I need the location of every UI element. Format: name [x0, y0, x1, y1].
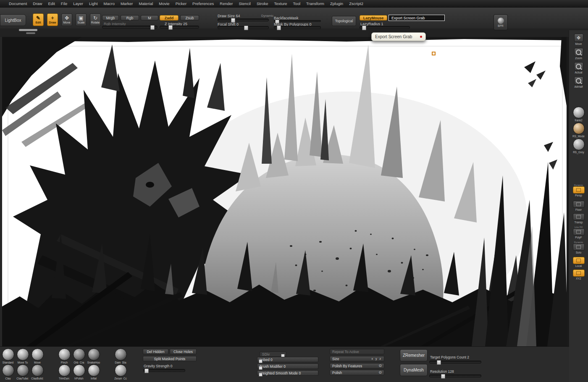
size-axes-toggle[interactable]: x y z: [372, 357, 382, 360]
menu-marker[interactable]: Marker: [118, 1, 136, 6]
polish-by-features-slider[interactable]: Polish By Features ⊙: [330, 363, 384, 369]
rgb-intensity-slider[interactable]: [102, 26, 158, 29]
zsub-button[interactable]: Zsub: [180, 15, 199, 21]
brush-pinch[interactable]: Pinch: [57, 348, 71, 364]
polish-circle-toggle[interactable]: ⊙: [378, 371, 382, 374]
brush-clay[interactable]: Clay: [1, 364, 15, 380]
transp-toggle[interactable]: Transp: [569, 213, 588, 224]
brush-trimdynamic[interactable]: TrimDyn:: [57, 364, 71, 380]
topological-button[interactable]: Topological: [332, 16, 356, 26]
mask-by-polygroups-knob[interactable]: [277, 26, 281, 30]
menu-movie[interactable]: Movie: [156, 1, 172, 6]
floor-toggle[interactable]: Floor: [569, 201, 588, 211]
menu-macro[interactable]: Macro: [101, 1, 118, 6]
z-intensity-slider[interactable]: [160, 26, 199, 29]
gravity-strength-slider[interactable]: [143, 369, 185, 372]
resolution-knob[interactable]: [441, 374, 445, 379]
menu-material[interactable]: Material: [136, 1, 156, 6]
lazyradius-slider[interactable]: [360, 26, 410, 29]
draw-mode-button[interactable]: + Draw: [47, 13, 58, 26]
sculpt-canvas[interactable]: [2, 37, 569, 346]
material-thumb-rs-mode[interactable]: RS_Mode: [569, 123, 588, 138]
material-thumb-rs-grey[interactable]: RS_Grey: [569, 139, 588, 154]
z-intensity-knob[interactable]: [168, 25, 173, 30]
draw-size-slider[interactable]: [218, 18, 269, 21]
split-masked-points-button[interactable]: Split Masked Points: [143, 356, 197, 361]
lazymouse-button[interactable]: LazyMouse: [360, 15, 387, 21]
rgb-button[interactable]: Rgb: [121, 15, 139, 21]
persp-toggle[interactable]: Dynamic Persp: [569, 184, 588, 197]
menu-stencil[interactable]: Stencil: [236, 1, 254, 6]
brush-orb-crack[interactable]: Orb_Cra: [72, 348, 86, 364]
polish-slider[interactable]: Polish ⊙: [330, 370, 384, 375]
scale-mode-button[interactable]: ▣ Scale: [76, 13, 87, 26]
menu-file[interactable]: File: [58, 1, 70, 6]
zremesher-button[interactable]: ZRemesher: [400, 349, 428, 361]
sidebar-actual-button[interactable]: Actual: [569, 62, 588, 74]
resolution-slider[interactable]: [429, 374, 481, 377]
menu-light[interactable]: Light: [86, 1, 101, 6]
del-hidden-button[interactable]: Del Hidden: [143, 349, 168, 354]
sidebar-aahalf-button[interactable]: AAHalf: [569, 76, 588, 88]
sidebar-zoom-button[interactable]: Zoom: [569, 48, 588, 60]
brush-modifier-slider[interactable]: Brush Modifier 0: [257, 364, 318, 369]
mask-by-polygroups-slider[interactable]: [274, 26, 321, 29]
imbed-knob[interactable]: [259, 359, 262, 363]
imbed-slider[interactable]: Imbed 0: [257, 357, 318, 362]
polyf-toggle[interactable]: Line Fill PolyF: [569, 226, 588, 239]
texture-thumb-frank2[interactable]: frank2: [569, 107, 588, 122]
menu-layer[interactable]: Layer: [70, 1, 86, 6]
solo-toggle[interactable]: Dynamic Solo: [569, 241, 588, 254]
menu-texture[interactable]: Texture: [271, 1, 290, 6]
local-toggle[interactable]: Local: [569, 257, 588, 267]
backfacemask-slider[interactable]: [274, 20, 321, 22]
brush-hpolish[interactable]: hPolish: [72, 364, 86, 380]
menu-tool[interactable]: Tool: [290, 1, 303, 6]
zadd-button[interactable]: Zadd: [160, 15, 178, 21]
brush-snakehook[interactable]: SnakeHoo: [87, 348, 101, 364]
target-polygons-knob[interactable]: [437, 360, 441, 365]
menu-render[interactable]: Render: [217, 1, 236, 6]
m-button[interactable]: M: [141, 15, 158, 21]
menu-document[interactable]: Document: [6, 1, 30, 6]
move-mode-button[interactable]: ✥ Move: [61, 13, 72, 26]
focal-shift-knob[interactable]: [244, 26, 248, 30]
mrgb-button[interactable]: Mrgb: [102, 15, 119, 21]
rotate-mode-button[interactable]: ↻ Rotate: [90, 13, 101, 26]
lightbox-button[interactable]: LightBox: [0, 14, 26, 26]
brush-move[interactable]: Move: [30, 348, 45, 364]
brush-zeoyn[interactable]: Zeoyn_Cc: [113, 364, 128, 380]
bpr-button[interactable]: BPR: [494, 14, 508, 30]
brush-claytube[interactable]: ClayTube:: [16, 364, 30, 380]
close-holes-button[interactable]: Close Holes: [170, 349, 197, 354]
xyz-toggle[interactable]: XYZ: [569, 269, 588, 280]
menu-stroke[interactable]: Stroke: [254, 1, 271, 6]
sidebar-move-button[interactable]: ✥ Move: [569, 34, 588, 45]
divider-grip-small[interactable]: [26, 32, 35, 34]
menu-picker[interactable]: Picker: [173, 1, 189, 6]
gravity-strength-knob[interactable]: [144, 369, 149, 373]
polish-by-features-circle-toggle[interactable]: ⊙: [378, 364, 382, 368]
size-slider[interactable]: Size x y z: [330, 356, 384, 361]
menu-zscript2[interactable]: Zscript2: [346, 1, 366, 6]
brush-move-topo[interactable]: Move To: [16, 348, 30, 364]
brush-modifier-knob[interactable]: [259, 366, 262, 370]
rgb-intensity-knob[interactable]: [150, 25, 155, 30]
menu-draw[interactable]: Draw: [30, 1, 45, 6]
divider-grip[interactable]: [19, 29, 37, 31]
menu-preferences[interactable]: Preferences: [189, 1, 217, 6]
menu-edit[interactable]: Edit: [45, 1, 58, 6]
brush-claybuildup[interactable]: ClayBuild:: [30, 364, 45, 380]
weighted-smooth-slider[interactable]: Weighted Smooth Mode 0: [257, 370, 318, 376]
lazyradius-knob[interactable]: [362, 26, 366, 30]
export-screen-grab-button[interactable]: Export Screen Grab: [388, 15, 445, 21]
repeat-to-active-button[interactable]: Repeat To Active: [330, 349, 384, 354]
brush-standard[interactable]: Standard: [1, 348, 15, 364]
edit-mode-button[interactable]: ✎ Edit: [33, 13, 44, 26]
dynamesh-button[interactable]: DynaMesh: [400, 364, 428, 376]
target-polygons-slider[interactable]: [429, 361, 481, 364]
brush-inflat[interactable]: Inflat: [87, 364, 101, 380]
weighted-smooth-knob[interactable]: [259, 373, 262, 377]
focal-shift-slider[interactable]: [218, 26, 269, 29]
menu-transform[interactable]: Transform: [303, 1, 327, 6]
